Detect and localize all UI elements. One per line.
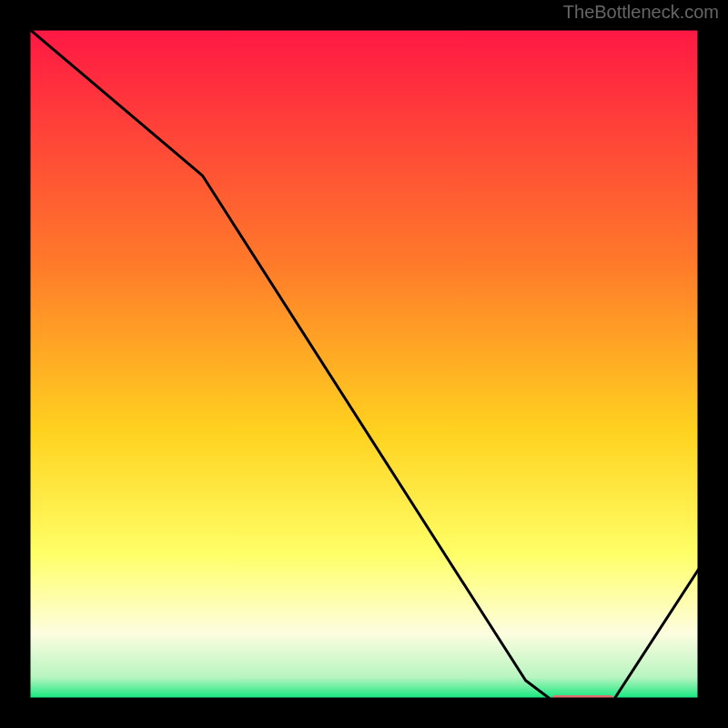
- attribution-label: TheBottleneck.com: [563, 2, 719, 23]
- chart-container: TheBottleneck.com: [0, 0, 728, 728]
- gradient-background: [27, 27, 701, 701]
- plot-area: [27, 27, 701, 701]
- chart-svg: [27, 27, 701, 701]
